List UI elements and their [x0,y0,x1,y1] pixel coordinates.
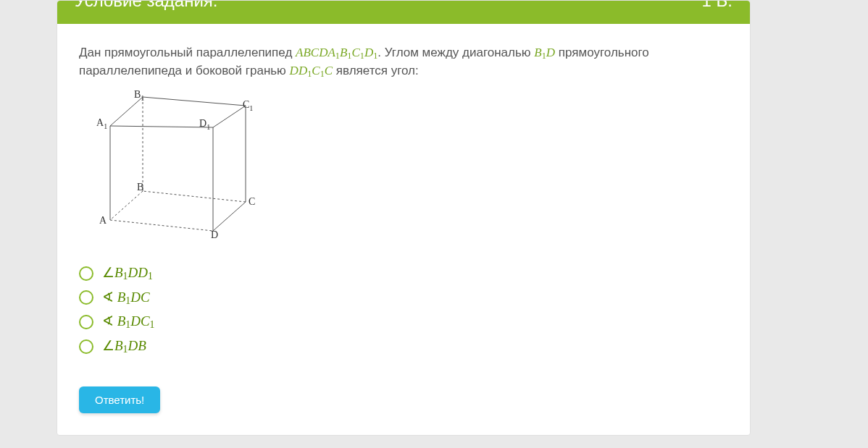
submit-button[interactable]: Ответить! [79,386,160,413]
task-header: Условие задания: 1 Б. [57,1,750,24]
math-abcd: ABCDA1B1C1D1 [296,46,377,59]
parallelepiped-diagram: A B C D A1 B1 C1 D1 [79,86,728,243]
radio-icon[interactable] [79,315,93,329]
task-points: 1 Б. [702,1,733,9]
opt-1-label: ∠B1DD1 [102,263,153,284]
label-C: C [249,196,255,207]
opt-1[interactable]: ∠B1DD1 [79,263,728,284]
task-title: Условие задания: [75,1,217,9]
opt-2[interactable]: ∢ B1DC [79,288,728,308]
math-b1d: B1D [534,46,555,59]
label-A: A [99,215,107,226]
label-D1: D1 [199,118,210,131]
text-part-2: . Углом между диагональю [377,46,534,59]
problem-text: Дан прямоугольный параллелепипед ABCDA1B… [79,44,728,80]
text-part-1: Дан прямоугольный параллелепипед [79,46,296,59]
radio-icon[interactable] [79,290,93,305]
math-dd1c1c: DD1C1C [290,64,333,77]
label-D: D [211,229,218,238]
answer-options: ∠B1DD1 ∢ B1DC ∢ B1DC1 ∠B1DB [79,263,728,356]
task-card: Условие задания: 1 Б. Дан прямоугольный … [57,0,751,436]
opt-3[interactable]: ∢ B1DC1 [79,312,728,332]
radio-icon[interactable] [79,339,93,354]
label-C1: C1 [243,99,253,112]
opt-3-label: ∢ B1DC1 [102,312,154,332]
radio-icon[interactable] [79,266,93,281]
opt-2-label: ∢ B1DC [102,288,150,308]
label-B: B [137,182,143,193]
opt-4-label: ∠B1DB [102,337,146,357]
task-body: Дан прямоугольный параллелепипед ABCDA1B… [57,24,750,435]
opt-4[interactable]: ∠B1DB [79,337,728,357]
label-A1: A1 [96,117,107,130]
text-part-4: является угол: [333,64,419,77]
